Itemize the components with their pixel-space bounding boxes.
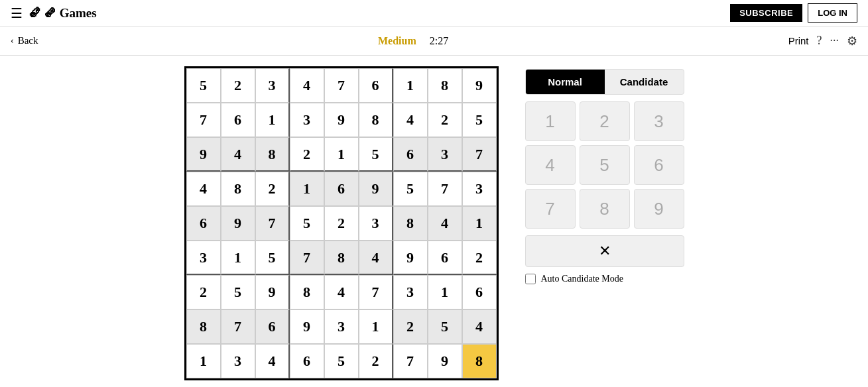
more-icon[interactable]: ··· [830, 34, 839, 48]
cell-r0-c1[interactable]: 2 [221, 68, 255, 103]
print-button[interactable]: Print [788, 35, 809, 46]
cell-r5-c2[interactable]: 5 [255, 241, 290, 275]
number-button-7[interactable]: 7 [525, 189, 576, 229]
normal-mode-button[interactable]: Normal [526, 70, 605, 94]
cell-r7-c8[interactable]: 4 [462, 309, 497, 344]
cell-r2-c2[interactable]: 8 [255, 137, 290, 172]
cell-r8-c4[interactable]: 5 [324, 344, 359, 378]
number-button-3[interactable]: 3 [634, 101, 684, 141]
number-button-4[interactable]: 4 [525, 145, 576, 185]
number-button-9[interactable]: 9 [634, 189, 684, 229]
cell-r6-c1[interactable]: 5 [221, 275, 255, 309]
cell-r3-c7[interactable]: 7 [428, 172, 462, 206]
number-button-5[interactable]: 5 [580, 145, 630, 185]
cell-r3-c4[interactable]: 6 [324, 172, 359, 206]
cell-r4-c3[interactable]: 5 [290, 206, 324, 241]
cell-r0-c6[interactable]: 1 [393, 68, 428, 103]
number-button-1[interactable]: 1 [525, 101, 576, 141]
cell-r5-c6[interactable]: 9 [393, 241, 428, 275]
cell-r2-c3[interactable]: 2 [290, 137, 324, 172]
cell-r1-c2[interactable]: 1 [255, 103, 290, 137]
cell-r4-c5[interactable]: 3 [359, 206, 393, 241]
cell-r2-c8[interactable]: 7 [462, 137, 497, 172]
cell-r0-c0[interactable]: 5 [186, 68, 221, 103]
cell-r7-c0[interactable]: 8 [186, 309, 221, 344]
cell-r1-c0[interactable]: 7 [186, 103, 221, 137]
candidate-mode-button[interactable]: Candidate [605, 70, 684, 94]
cell-r0-c7[interactable]: 8 [428, 68, 462, 103]
cell-r2-c1[interactable]: 4 [221, 137, 255, 172]
cell-r6-c8[interactable]: 6 [462, 275, 497, 309]
cell-r7-c7[interactable]: 5 [428, 309, 462, 344]
cell-r8-c7[interactable]: 9 [428, 344, 462, 378]
cell-r8-c5[interactable]: 2 [359, 344, 393, 378]
erase-button[interactable]: ✕ [525, 235, 684, 267]
cell-r1-c6[interactable]: 4 [393, 103, 428, 137]
hamburger-icon[interactable]: ☰ [11, 5, 23, 21]
cell-r1-c1[interactable]: 6 [221, 103, 255, 137]
cell-r4-c6[interactable]: 8 [393, 206, 428, 241]
cell-r4-c2[interactable]: 7 [255, 206, 290, 241]
cell-r8-c6[interactable]: 7 [393, 344, 428, 378]
subscribe-button[interactable]: SUBSCRIBE [730, 4, 802, 22]
cell-r6-c7[interactable]: 1 [428, 275, 462, 309]
cell-r4-c1[interactable]: 9 [221, 206, 255, 241]
cell-r3-c2[interactable]: 2 [255, 172, 290, 206]
cell-r8-c2[interactable]: 4 [255, 344, 290, 378]
cell-r8-c8[interactable]: 8 [462, 344, 497, 378]
auto-candidate-checkbox[interactable] [525, 274, 536, 284]
cell-r3-c5[interactable]: 9 [359, 172, 393, 206]
number-button-6[interactable]: 6 [634, 145, 684, 185]
cell-r4-c4[interactable]: 2 [324, 206, 359, 241]
cell-r6-c3[interactable]: 8 [290, 275, 324, 309]
cell-r2-c6[interactable]: 6 [393, 137, 428, 172]
cell-r3-c6[interactable]: 5 [393, 172, 428, 206]
cell-r8-c1[interactable]: 3 [221, 344, 255, 378]
cell-r0-c3[interactable]: 4 [290, 68, 324, 103]
cell-r4-c0[interactable]: 6 [186, 206, 221, 241]
cell-r6-c2[interactable]: 9 [255, 275, 290, 309]
back-button[interactable]: ‹ Back [11, 35, 38, 46]
cell-r0-c2[interactable]: 3 [255, 68, 290, 103]
cell-r3-c8[interactable]: 3 [462, 172, 497, 206]
cell-r5-c3[interactable]: 7 [290, 241, 324, 275]
cell-r2-c4[interactable]: 1 [324, 137, 359, 172]
cell-r1-c7[interactable]: 2 [428, 103, 462, 137]
number-button-8[interactable]: 8 [580, 189, 630, 229]
help-icon[interactable]: ? [816, 34, 822, 48]
cell-r1-c3[interactable]: 3 [290, 103, 324, 137]
cell-r7-c3[interactable]: 9 [290, 309, 324, 344]
cell-r6-c4[interactable]: 4 [324, 275, 359, 309]
cell-r5-c4[interactable]: 8 [324, 241, 359, 275]
cell-r1-c5[interactable]: 8 [359, 103, 393, 137]
cell-r3-c1[interactable]: 8 [221, 172, 255, 206]
settings-icon[interactable]: ⚙ [847, 34, 857, 48]
login-button[interactable]: LOG IN [808, 3, 857, 23]
number-button-2[interactable]: 2 [580, 101, 630, 141]
cell-r3-c3[interactable]: 1 [290, 172, 324, 206]
cell-r5-c8[interactable]: 2 [462, 241, 497, 275]
cell-r2-c7[interactable]: 3 [428, 137, 462, 172]
cell-r1-c8[interactable]: 5 [462, 103, 497, 137]
cell-r7-c5[interactable]: 1 [359, 309, 393, 344]
cell-r0-c5[interactable]: 6 [359, 68, 393, 103]
cell-r0-c4[interactable]: 7 [324, 68, 359, 103]
cell-r8-c3[interactable]: 6 [290, 344, 324, 378]
cell-r7-c4[interactable]: 3 [324, 309, 359, 344]
cell-r4-c7[interactable]: 4 [428, 206, 462, 241]
cell-r7-c6[interactable]: 2 [393, 309, 428, 344]
cell-r2-c0[interactable]: 9 [186, 137, 221, 172]
cell-r0-c8[interactable]: 9 [462, 68, 497, 103]
cell-r5-c7[interactable]: 6 [428, 241, 462, 275]
cell-r6-c6[interactable]: 3 [393, 275, 428, 309]
cell-r1-c4[interactable]: 9 [324, 103, 359, 137]
cell-r4-c8[interactable]: 1 [462, 206, 497, 241]
cell-r5-c0[interactable]: 3 [186, 241, 221, 275]
cell-r5-c5[interactable]: 4 [359, 241, 393, 275]
cell-r6-c5[interactable]: 7 [359, 275, 393, 309]
cell-r3-c0[interactable]: 4 [186, 172, 221, 206]
cell-r8-c0[interactable]: 1 [186, 344, 221, 378]
cell-r7-c1[interactable]: 7 [221, 309, 255, 344]
cell-r6-c0[interactable]: 2 [186, 275, 221, 309]
cell-r2-c5[interactable]: 5 [359, 137, 393, 172]
